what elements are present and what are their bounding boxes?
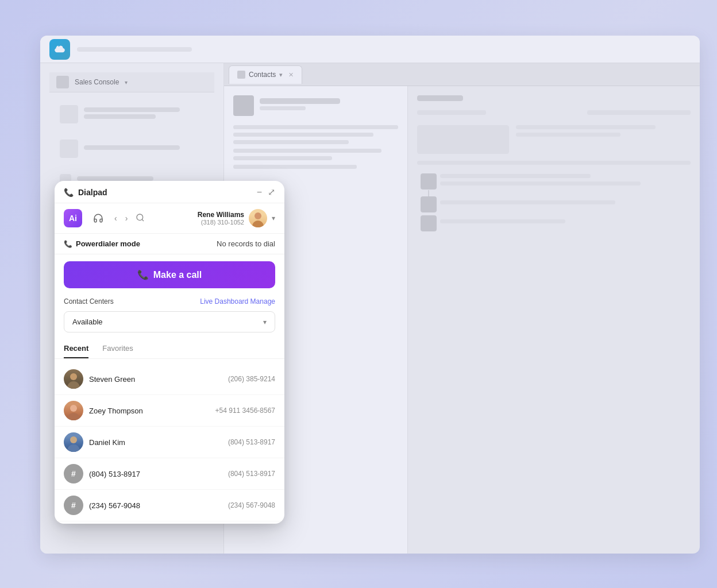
dialpad-search-btn[interactable] xyxy=(136,213,145,224)
contact-avatar-daniel xyxy=(64,432,83,452)
dialpad-widget: 📞 Dialpad − ⤢ Ai ‹ › xyxy=(55,181,284,524)
crm-main: Contacts ▾ ✕ xyxy=(224,63,700,554)
contact-avatar-hash-234: # xyxy=(64,496,83,515)
dialpad-contact-centers-row: Contact Centers Live Dashboard Manage xyxy=(55,295,284,311)
sales-console-bar: Sales Console ▾ xyxy=(49,72,214,92)
contact-name xyxy=(260,98,340,104)
contacts-tab-close[interactable]: ✕ xyxy=(288,71,294,79)
dialpad-powerdialer-bar: 📞 Powerdialer mode No records to dial xyxy=(55,234,284,254)
contact-phone-zoey: +54 911 3456-8567 xyxy=(215,407,275,415)
tab-favorites-label: Favorites xyxy=(102,344,133,353)
dialpad-ai-btn[interactable]: Ai xyxy=(64,209,82,227)
available-dropdown-label: Available xyxy=(72,318,103,326)
powerdialer-status: No records to dial xyxy=(217,239,275,248)
make-call-label: Make a call xyxy=(153,270,202,280)
timeline-item-3 xyxy=(440,219,691,227)
powerdialer-label: Powerdialer mode xyxy=(76,239,140,248)
available-dropdown-chevron: ▾ xyxy=(263,318,267,326)
dialpad-headset-btn[interactable] xyxy=(90,210,106,226)
crm-topbar xyxy=(40,36,700,63)
contact-avatar-zoey xyxy=(64,401,83,420)
tab-contacts[interactable]: Contacts ▾ ✕ xyxy=(229,65,302,84)
dialpad-contacts-list: Steven Green (206) 385-9214 Zoey Thompso… xyxy=(55,361,284,524)
dialpad-user-avatar xyxy=(249,209,267,227)
tab-recent-label: Recent xyxy=(64,344,88,353)
contact-item-number-234[interactable]: # (234) 567-9048 (234) 567-9048 xyxy=(55,490,284,521)
contact-phone-234: (234) 567-9048 xyxy=(228,501,275,509)
contact-phone-daniel: (804) 513-8917 xyxy=(228,438,275,446)
contact-name-steven: Steven Green xyxy=(89,375,135,384)
timeline-item-1 xyxy=(440,174,691,189)
tab-favorites[interactable]: Favorites xyxy=(102,339,133,358)
dialpad-toolbar: Ai ‹ › Rene Williams (318) 310-1052 xyxy=(55,203,284,234)
timeline-item-2 xyxy=(440,200,691,208)
make-call-button[interactable]: 📞 Make a call xyxy=(64,261,275,288)
dialpad-user-chevron[interactable]: ▾ xyxy=(272,214,275,222)
live-dashboard-link[interactable]: Live Dashboard Manage xyxy=(200,297,275,305)
powerdialer-phone-icon: 📞 xyxy=(64,240,72,248)
dialpad-forward-btn[interactable]: › xyxy=(125,214,128,223)
dialpad-user-section: Rene Williams (318) 310-1052 ▾ xyxy=(198,209,275,227)
placeholder-1 xyxy=(233,125,398,129)
contact-item-left: Daniel Kim xyxy=(64,432,125,452)
contact-item-left: # (804) 513-8917 xyxy=(64,464,140,483)
available-dropdown[interactable]: Available ▾ xyxy=(64,311,275,332)
placeholder-6 xyxy=(233,165,357,169)
contact-name-zoey: Zoey Thompson xyxy=(89,407,143,415)
dialpad-title-group: 📞 Dialpad xyxy=(64,188,107,197)
dialpad-tabs: Recent Favorites xyxy=(55,339,284,359)
contact-avatar-steven xyxy=(64,369,83,389)
make-call-phone-icon: 📞 xyxy=(137,269,149,280)
contact-centers-label: Contact Centers xyxy=(64,297,114,305)
dialpad-user-name: Rene Williams xyxy=(198,211,244,219)
crm-content-area xyxy=(224,86,700,554)
placeholder-3 xyxy=(233,140,349,144)
dialpad-user-phone: (318) 310-1052 xyxy=(198,219,244,226)
dialpad-expand-btn[interactable]: ⤢ xyxy=(268,188,275,197)
contact-item-daniel-kim[interactable]: Daniel Kim (804) 513-8917 xyxy=(55,427,284,458)
dialpad-title-actions: − ⤢ xyxy=(257,188,275,197)
contact-item-steven-green[interactable]: Steven Green (206) 385-9214 xyxy=(55,363,284,395)
salesforce-logo xyxy=(49,39,70,60)
tab-recent[interactable]: Recent xyxy=(64,339,88,358)
svg-point-0 xyxy=(137,214,143,220)
placeholder-2 xyxy=(233,133,373,137)
dialpad-back-btn[interactable]: ‹ xyxy=(114,214,117,223)
dialpad-user-info: Rene Williams (318) 310-1052 xyxy=(198,211,244,226)
contacts-tab-label: Contacts xyxy=(249,71,276,79)
contact-item-zoey-thompson[interactable]: Zoey Thompson +54 911 3456-8567 xyxy=(55,395,284,427)
contact-phone-steven: (206) 385-9214 xyxy=(228,375,275,383)
sidebar-item-1 xyxy=(54,99,210,129)
placeholder-4 xyxy=(233,149,381,153)
crm-tabs-bar: Contacts ▾ ✕ xyxy=(224,63,700,86)
activity-header-row xyxy=(417,125,691,154)
dialpad-title: Dialpad xyxy=(78,188,107,197)
contact-item-number-804[interactable]: # (804) 513-8917 (804) 513-8917 xyxy=(55,458,284,490)
contact-avatar xyxy=(233,95,254,116)
contact-avatar-hash-804: # xyxy=(64,464,83,483)
contact-name-234: (234) 567-9048 xyxy=(89,501,140,510)
dialpad-titlebar: 📞 Dialpad − ⤢ xyxy=(55,181,284,203)
dialpad-minimize-btn[interactable]: − xyxy=(257,188,262,197)
contact-item-left: Zoey Thompson xyxy=(64,401,143,420)
contact-phone-804: (804) 513-8917 xyxy=(228,470,275,478)
crm-activity-panel xyxy=(408,86,700,554)
contacts-tab-chevron: ▾ xyxy=(279,71,283,79)
dialpad-powerdialer-left: 📞 Powerdialer mode xyxy=(64,239,140,248)
placeholder-5 xyxy=(233,156,332,160)
contact-name-sub xyxy=(260,106,306,110)
sales-console-label: Sales Console xyxy=(75,78,119,86)
contact-item-left: # (234) 567-9048 xyxy=(64,496,140,515)
crm-nav-bar xyxy=(77,47,192,52)
contact-name-804: (804) 513-8917 xyxy=(89,470,140,478)
contact-name-daniel: Daniel Kim xyxy=(89,438,125,447)
activity-row-1 xyxy=(417,110,691,118)
ai-icon: Ai xyxy=(69,214,77,223)
activity-timeline xyxy=(417,174,691,227)
sales-console-icon xyxy=(56,76,69,88)
contacts-tab-icon xyxy=(237,71,245,79)
sales-console-chevron: ▾ xyxy=(125,79,128,86)
dialpad-phone-icon: 📞 xyxy=(64,188,74,197)
activity-divider xyxy=(417,161,691,165)
sidebar-item-2 xyxy=(54,134,210,164)
